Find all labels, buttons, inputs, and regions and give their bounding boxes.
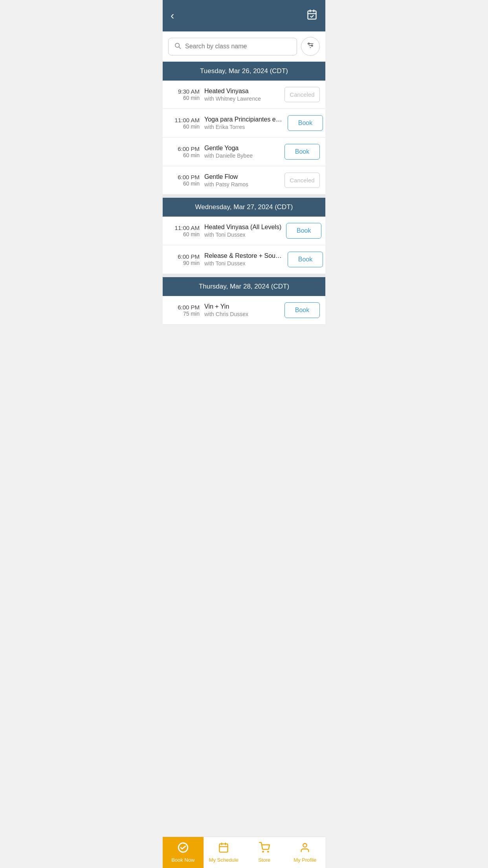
class-name: Heated Vinyasa (All Levels) (204, 224, 281, 231)
canceled-badge: Canceled (284, 87, 320, 102)
day-header-2: Thursday, Mar 28, 2024 (CDT) (163, 277, 325, 296)
class-row: 6:00 PM75 minVin + Yinwith Chris DussexB… (163, 296, 325, 325)
class-time-hour: 6:00 PM (168, 145, 200, 152)
class-time-hour: 11:00 AM (168, 117, 200, 123)
class-duration: 60 min (168, 231, 200, 237)
search-bar (163, 31, 325, 62)
class-duration: 90 min (168, 260, 200, 266)
class-name: Heated Vinyasa (204, 88, 280, 95)
book-button[interactable]: Book (286, 223, 321, 239)
class-time: 6:00 PM75 min (168, 304, 200, 317)
class-time-hour: 6:00 PM (168, 253, 200, 260)
class-row: 11:00 AM60 minHeated Vinyasa (All Levels… (163, 217, 325, 245)
class-instructor: with Chris Dussex (204, 311, 280, 317)
class-time: 6:00 PM90 min (168, 253, 200, 266)
book-button[interactable]: Book (288, 252, 323, 267)
class-duration: 60 min (168, 180, 200, 187)
class-info: Heated Vinyasawith Whitney Lawrence (204, 88, 280, 102)
class-duration: 60 min (168, 123, 200, 130)
class-info: Vin + Yinwith Chris Dussex (204, 303, 280, 317)
class-duration: 75 min (168, 311, 200, 317)
class-time: 9:30 AM60 min (168, 88, 200, 101)
class-name: Yoga para Principiantes en E... (204, 116, 283, 123)
book-button[interactable]: Book (284, 302, 320, 318)
svg-rect-0 (308, 11, 316, 19)
header: ‹ (163, 0, 325, 31)
class-info: Release & Restore + Sound ...with Toni D… (204, 252, 283, 267)
class-info: Yoga para Principiantes en E...with Erik… (204, 116, 283, 130)
search-input[interactable] (185, 43, 291, 50)
search-input-wrapper[interactable] (168, 38, 297, 55)
class-instructor: with Toni Dussex (204, 260, 283, 267)
schedule-content: Tuesday, Mar 26, 2024 (CDT)9:30 AM60 min… (163, 62, 325, 360)
class-instructor: with Erika Torres (204, 124, 283, 130)
class-row: 11:00 AM60 minYoga para Principiantes en… (163, 109, 325, 138)
class-time-hour: 6:00 PM (168, 174, 200, 180)
book-button[interactable]: Book (288, 115, 323, 131)
class-duration: 60 min (168, 152, 200, 158)
calendar-icon[interactable] (306, 9, 317, 23)
class-row: 6:00 PM60 minGentle Yogawith Danielle By… (163, 138, 325, 166)
svg-point-10 (312, 45, 313, 46)
filter-button[interactable] (301, 37, 320, 56)
class-name: Vin + Yin (204, 303, 280, 310)
class-row: 9:30 AM60 minHeated Vinyasawith Whitney … (163, 81, 325, 109)
class-name: Gentle Yoga (204, 145, 280, 152)
back-button[interactable]: ‹ (171, 10, 174, 21)
class-name: Gentle Flow (204, 173, 280, 180)
day-header-1: Wednesday, Mar 27, 2024 (CDT) (163, 198, 325, 217)
class-info: Gentle Yogawith Danielle Bybee (204, 145, 280, 159)
class-time: 11:00 AM60 min (168, 224, 200, 237)
class-time: 6:00 PM60 min (168, 145, 200, 158)
search-icon (174, 42, 181, 51)
class-time-hour: 11:00 AM (168, 224, 200, 231)
class-info: Heated Vinyasa (All Levels)with Toni Dus… (204, 224, 281, 238)
class-time-hour: 6:00 PM (168, 304, 200, 311)
class-row: 6:00 PM90 minRelease & Restore + Sound .… (163, 245, 325, 274)
class-row: 6:00 PM60 minGentle Flowwith Patsy Ramos… (163, 166, 325, 195)
class-instructor: with Patsy Ramos (204, 181, 280, 188)
class-time-hour: 9:30 AM (168, 88, 200, 95)
class-duration: 60 min (168, 95, 200, 101)
class-instructor: with Whitney Lawrence (204, 96, 280, 102)
svg-line-5 (179, 47, 180, 48)
class-instructor: with Danielle Bybee (204, 153, 280, 159)
filter-icon (306, 42, 314, 51)
book-button[interactable]: Book (284, 144, 320, 160)
class-instructor: with Toni Dussex (204, 232, 281, 238)
class-time: 6:00 PM60 min (168, 174, 200, 187)
svg-point-9 (308, 43, 309, 44)
class-info: Gentle Flowwith Patsy Ramos (204, 173, 280, 188)
day-header-0: Tuesday, Mar 26, 2024 (CDT) (163, 62, 325, 81)
class-name: Release & Restore + Sound ... (204, 252, 283, 259)
canceled-badge: Canceled (284, 173, 320, 188)
class-time: 11:00 AM60 min (168, 117, 200, 130)
